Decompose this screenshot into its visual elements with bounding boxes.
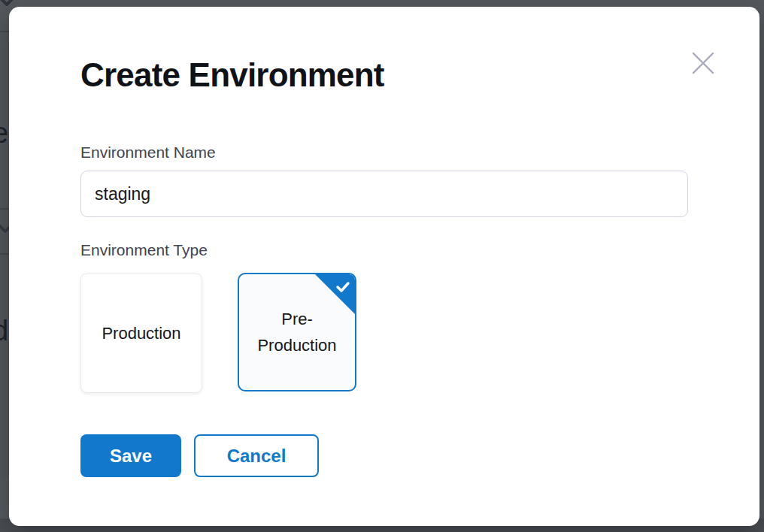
save-button[interactable]: Save [80,434,181,477]
backdrop-text-fragment: d [0,316,8,345]
dialog-title: Create Environment [80,56,384,94]
type-option-label: Pre-Production [248,306,346,358]
environment-type-label: Environment Type [80,240,208,259]
type-option-production[interactable]: Production [80,273,202,393]
environment-name-input[interactable] [80,171,688,217]
type-option-pre-production[interactable]: Pre-Production [238,273,356,391]
backdrop-text-fragment: e [0,119,8,147]
check-chevron-icon [0,0,19,8]
type-option-label: Production [102,320,180,346]
close-icon [692,52,714,74]
check-icon [334,278,352,296]
close-button[interactable] [690,50,717,77]
environment-name-label: Environment Name [80,143,216,162]
cancel-button[interactable]: Cancel [194,434,319,477]
create-environment-dialog: Create Environment Environment Name Envi… [9,7,759,526]
